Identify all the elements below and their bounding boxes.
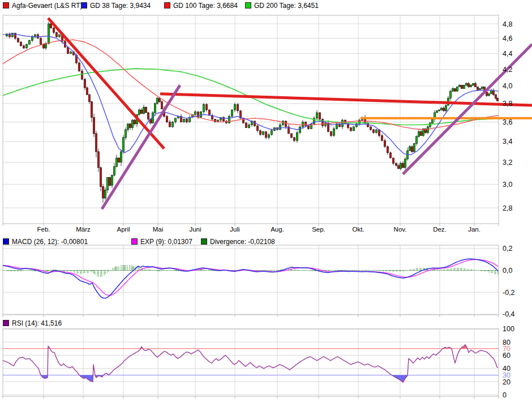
x-axis-month-label: Dez. <box>433 226 447 233</box>
candle-body <box>440 108 442 110</box>
candle-body <box>169 122 170 127</box>
candle-body <box>88 95 90 102</box>
candle-body <box>353 127 354 131</box>
candle-body <box>166 117 168 122</box>
candle-body <box>161 102 162 109</box>
gd200-legend-label: GD 200 Tage: 3,6451 <box>254 2 319 10</box>
macd-legend-label: MACD (26, 12): -0,00801 <box>12 238 88 246</box>
main-y-tick-label: 4,8 <box>503 20 512 28</box>
candle-body <box>454 89 456 92</box>
candle-body <box>102 186 104 198</box>
candle-body <box>330 132 332 136</box>
x-axis-month-label: April <box>117 226 130 233</box>
candle-body <box>203 105 204 112</box>
candle-body <box>495 95 496 98</box>
candle-body <box>174 118 176 122</box>
candle-body <box>429 123 431 127</box>
candle-body <box>86 88 88 95</box>
candle-body <box>290 134 292 138</box>
candle-body <box>28 41 30 45</box>
candle-body <box>158 98 160 101</box>
candle-body <box>245 123 247 128</box>
legend-item-gd100: GD 100 Tage: 3,6684 <box>164 2 238 9</box>
divergence-legend-label: Divergence: -0,02108 <box>210 238 275 246</box>
candle-body <box>404 159 406 168</box>
candle-body <box>50 24 52 28</box>
candle-body <box>40 39 41 45</box>
candle-body <box>81 71 83 79</box>
candle-body <box>333 129 334 135</box>
candle-body <box>231 110 233 116</box>
rsi-legend-swatch <box>3 320 9 326</box>
candle-body <box>452 89 453 92</box>
candle-body <box>234 105 235 110</box>
candle-body <box>285 121 286 127</box>
legend-item-exp: EXP (9): 0,01307 <box>131 238 192 245</box>
candle-body <box>458 85 460 87</box>
candle-body <box>93 117 95 134</box>
candle-body <box>470 85 471 87</box>
rsi-panel: 1008070604030200 <box>3 325 514 399</box>
candle-body <box>316 113 318 118</box>
main-y-tick-label: 3,4 <box>503 138 512 146</box>
candle-body <box>138 110 140 114</box>
candle-body <box>154 104 156 113</box>
candle-body <box>25 44 27 48</box>
legend-item-rsi: RSI (14): 41,516 <box>3 319 62 327</box>
x-axis-month-label: Okt. <box>352 226 364 233</box>
candle-body <box>143 107 144 113</box>
candle-body <box>194 112 196 114</box>
candle-body <box>341 120 343 127</box>
candle-body <box>58 35 60 37</box>
gd38-legend-swatch <box>81 2 87 8</box>
candle-body <box>409 147 410 151</box>
price-legend-label: Agfa-Gevaert (L&S RT) <box>12 2 83 10</box>
candle-body <box>248 125 250 128</box>
candle-body <box>70 52 71 54</box>
x-axis-month-label: Aug. <box>271 226 284 233</box>
macd-legend-swatch <box>3 238 9 245</box>
candle-body <box>156 98 158 103</box>
rsi-y-tick-label: 20 <box>503 378 510 386</box>
rsi-y-tick-label: 0 <box>503 391 507 399</box>
legend-item-gd200: GD 200 Tage: 3,6451 <box>245 2 319 9</box>
candle-body <box>402 163 404 168</box>
x-axis-month-label: März <box>76 226 91 233</box>
macd-y-tick-label: 0,2 <box>503 245 512 253</box>
candle-body <box>461 85 462 88</box>
candle-body <box>122 138 124 152</box>
candle-body <box>17 39 19 42</box>
legend-item-divergence: Divergence: -0,02108 <box>201 238 275 245</box>
candle-body <box>474 83 476 87</box>
candle-body <box>302 122 303 127</box>
x-axis-month-label: Nov. <box>394 226 407 233</box>
candle-body <box>131 120 133 128</box>
candle-body <box>200 112 201 117</box>
downtrend-line <box>48 18 164 149</box>
price-legend-swatch <box>3 2 9 8</box>
macd-y-tick-label: -0,4 <box>503 310 515 318</box>
exp-legend-label: EXP (9): 0,01307 <box>140 238 192 246</box>
x-axis-month-label: Mai <box>153 226 164 233</box>
candle-body <box>496 98 498 101</box>
candle-body <box>427 127 428 132</box>
candle-body <box>228 117 230 123</box>
candle-body <box>463 85 465 88</box>
candle-body <box>350 128 351 131</box>
x-axis-month-label: Juli <box>230 226 239 233</box>
main-y-tick-label: 3,6 <box>503 118 512 126</box>
candle-body <box>42 44 44 48</box>
main-y-tick-label: 3,8 <box>503 100 512 108</box>
candle-body <box>472 83 474 85</box>
candle-body <box>307 126 309 129</box>
macd-panel: 0,20,0-0,2-0,4 <box>3 245 515 318</box>
candle-body <box>48 24 49 44</box>
candle-body <box>67 48 68 54</box>
chart-canvas: 4,84,64,44,24,03,83,63,43,23,02,8Feb.Mär… <box>0 0 532 402</box>
candle-body <box>319 113 320 119</box>
main-y-tick-label: 4,4 <box>503 50 512 58</box>
candle-body <box>140 110 142 114</box>
main-y-tick-label: 3,0 <box>503 181 512 189</box>
candle-body <box>109 178 110 186</box>
candle-body <box>197 112 199 117</box>
